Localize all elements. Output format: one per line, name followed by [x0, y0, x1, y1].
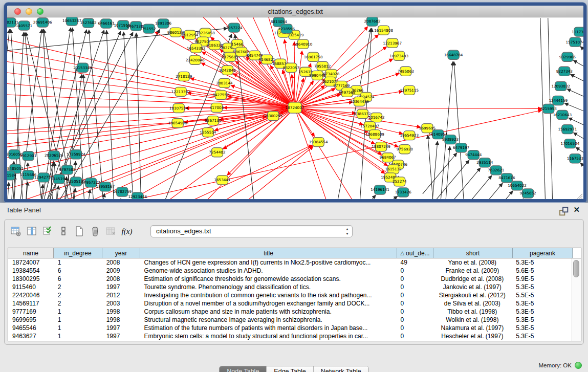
svg-text:9242848: 9242848: [219, 68, 236, 73]
row-selection-icon[interactable]: [41, 225, 54, 237]
network-node[interactable]: 2087682: [364, 17, 380, 26]
function-builder-icon[interactable]: f(x): [121, 225, 133, 237]
network-node[interactable]: 7254402: [209, 148, 225, 157]
svg-text:8813054: 8813054: [271, 19, 288, 24]
network-node[interactable]: 16154808: [374, 26, 393, 35]
close-panel-icon[interactable]: ✕: [573, 205, 580, 214]
column-header-out_de[interactable]: △out_de...: [397, 248, 433, 258]
column-header-short[interactable]: short: [433, 248, 513, 258]
column-header-title[interactable]: title: [140, 248, 397, 258]
delete-column-icon[interactable]: [89, 225, 101, 237]
network-node[interactable]: 12975115: [400, 85, 419, 95]
network-node[interactable]: 17016504: [561, 139, 580, 148]
table-row[interactable]: 1456911722003Disruption of a novel membe…: [8, 299, 572, 308]
network-canvas[interactable]: 9860123891295418226058982750916543392818…: [7, 17, 583, 199]
table-cell: Investigating the contribution of common…: [140, 291, 397, 299]
network-node[interactable]: 14196141: [371, 185, 389, 194]
network-node[interactable]: 1733426: [395, 188, 412, 197]
table-row[interactable]: 946362711997Embryonic stem cells: a mode…: [8, 332, 572, 340]
scrollbar-thumb[interactable]: [573, 260, 579, 277]
network-node[interactable]: 7957224: [226, 23, 243, 32]
table-cell: Genome-wide association studies in ADHD.: [140, 267, 397, 275]
svg-text:20364436: 20364436: [350, 99, 369, 104]
network-node[interactable]: 1167533: [567, 154, 583, 163]
network-node[interactable]: 20691406: [33, 18, 52, 27]
network-node[interactable]: 18107554: [169, 103, 188, 113]
rearrange-columns-icon[interactable]: [57, 225, 70, 237]
show-columns-icon[interactable]: [26, 225, 38, 237]
svg-text:1527602: 1527602: [80, 21, 96, 26]
tab-network-table[interactable]: Network Table: [314, 366, 368, 372]
network-node[interactable]: 6466161: [98, 19, 115, 28]
table-row[interactable]: 1830029562008Estimation of significance …: [8, 275, 572, 283]
network-node[interactable]: 417004: [210, 103, 224, 112]
network-node[interactable]: 2803144: [216, 78, 233, 87]
network-node[interactable]: 2718129: [176, 72, 192, 81]
canvas-resize-grip[interactable]: [577, 194, 582, 199]
network-node[interactable]: 16648784: [444, 50, 463, 59]
svg-text:16648784: 16648784: [444, 53, 463, 57]
vertical-scrollbar[interactable]: [572, 258, 581, 341]
column-header-year[interactable]: year: [102, 248, 140, 258]
network-node[interactable]: 16961758: [304, 52, 323, 61]
table-cell: Dudbridge et al. (2008): [432, 275, 512, 283]
network-node[interactable]: 10688609: [365, 130, 384, 139]
table-select-dropdown[interactable]: citations_edges.txt ▲▼: [150, 225, 353, 237]
table-cell: 1998: [102, 308, 140, 316]
network-node[interactable]: 1653441: [214, 176, 230, 185]
network-node[interactable]: 7632621: [488, 166, 504, 175]
network-node[interactable]: 15751074: [566, 37, 583, 47]
table-cell: 0: [397, 324, 433, 332]
column-header-name[interactable]: name: [8, 248, 54, 258]
network-node[interactable]: 1117304: [572, 27, 583, 36]
network-node[interactable]: 1145194: [51, 174, 68, 184]
table-mode-icon[interactable]: [10, 225, 22, 237]
svg-text:15692971: 15692971: [558, 127, 577, 132]
network-node[interactable]: 9245652: [520, 189, 536, 198]
network-node[interactable]: 9474444: [465, 150, 482, 160]
network-node[interactable]: 10653287: [62, 17, 81, 26]
network-node[interactable]: 12213967: [383, 38, 402, 48]
svg-text:12975115: 12975115: [400, 88, 419, 93]
network-node[interactable]: 7485063: [398, 67, 415, 76]
network-node[interactable]: 12444159: [549, 96, 568, 105]
network-node[interactable]: 8215953: [540, 104, 557, 113]
network-node[interactable]: 18724007: [286, 102, 304, 113]
float-panel-icon[interactable]: [559, 206, 567, 214]
network-node[interactable]: 15692971: [558, 125, 577, 134]
column-header-pagerank[interactable]: pagerank: [513, 248, 573, 258]
import-table-icon[interactable]: [105, 225, 117, 237]
column-header-in_degree[interactable]: in_degree: [54, 248, 102, 258]
network-node[interactable]: 2935114: [476, 158, 493, 167]
table-cell: 9699695: [8, 316, 54, 324]
svg-text:16961758: 16961758: [304, 55, 323, 59]
table-row[interactable]: 1938455462009Genome-wide association stu…: [8, 267, 572, 275]
network-node[interactable]: 252274: [393, 177, 407, 186]
table-row[interactable]: 1872400712008Changes of HCN gene express…: [8, 258, 572, 267]
network-node[interactable]: 18226058: [196, 28, 215, 37]
tab-edge-table[interactable]: Edge Table: [267, 366, 313, 372]
table-cell: 0: [397, 267, 433, 275]
table-row[interactable]: 977716911998Corpus callosum shape and si…: [8, 308, 572, 316]
table-cell: 1: [54, 324, 102, 332]
table-row[interactable]: 969969511998Structural magnetic resonanc…: [8, 316, 572, 324]
tab-node-table[interactable]: Node Table: [220, 366, 267, 372]
network-node[interactable]: 19654923: [400, 131, 419, 140]
network-node[interactable]: 1891306: [155, 19, 172, 28]
table-row[interactable]: 911546021997Tourette syndrome. Phenomeno…: [8, 283, 572, 291]
network-node[interactable]: 9756928: [397, 145, 413, 154]
network-node[interactable]: 20206526: [45, 151, 63, 160]
create-column-icon[interactable]: [73, 225, 85, 237]
table-row[interactable]: 2242004622012Investigating the contribut…: [8, 291, 572, 299]
table-cell: 14569117: [8, 299, 54, 308]
network-node[interactable]: 9797588: [59, 165, 76, 174]
network-node[interactable]: 17359924: [67, 150, 85, 159]
svg-text:1653441: 1653441: [214, 178, 230, 182]
network-node[interactable]: 8938923: [442, 135, 459, 144]
table-row[interactable]: 946554611997Estimation of the future num…: [8, 324, 572, 332]
network-node[interactable]: 18640910: [294, 39, 313, 49]
network-node[interactable]: 15720407: [360, 122, 379, 131]
network-node[interactable]: 751552: [142, 24, 156, 33]
network-node[interactable]: 6479197: [453, 143, 469, 152]
network-node[interactable]: 1527602: [80, 18, 96, 28]
